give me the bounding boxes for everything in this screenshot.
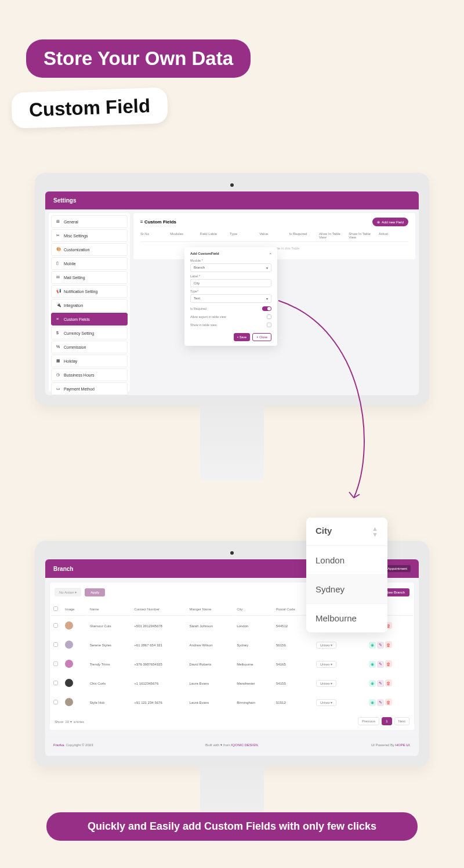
city-option-sydney[interactable]: Sydney bbox=[306, 574, 387, 603]
clock-icon: ◷ bbox=[56, 372, 61, 377]
brand-link[interactable]: Frezka. bbox=[53, 743, 65, 747]
row-checkbox[interactable] bbox=[53, 642, 58, 647]
cell-contact: +61 2867 654 321 bbox=[132, 636, 186, 654]
cell-manager: Laura Evans bbox=[187, 674, 233, 692]
gender-chip[interactable]: Unisex ▾ bbox=[316, 680, 336, 687]
page-1-button[interactable]: 1 bbox=[382, 717, 392, 725]
cell-contact: +91 121 234 5676 bbox=[132, 693, 186, 711]
row-checkbox[interactable] bbox=[53, 623, 58, 628]
view-button[interactable]: ◉ bbox=[369, 699, 376, 706]
delete-button[interactable]: 🗑 bbox=[385, 641, 392, 648]
table-header: Sr.NoModulesField LableTypeValueIs Requi… bbox=[140, 230, 408, 242]
label-input[interactable]: City bbox=[190, 279, 271, 287]
add-field-button[interactable]: ⊕Add new Field bbox=[372, 218, 408, 226]
cell-city: Sydney bbox=[234, 636, 273, 654]
module-select[interactable]: Branch▾ bbox=[190, 263, 271, 272]
sidebar-item-integration[interactable]: 🔌Integration bbox=[51, 299, 128, 312]
card-icon: ▭ bbox=[56, 386, 61, 391]
type-select[interactable]: Text▾ bbox=[190, 294, 271, 303]
palette-icon: 🎨 bbox=[56, 247, 61, 252]
edit-button[interactable]: ✎ bbox=[377, 661, 384, 668]
cell-contact: +501 2012345678 bbox=[132, 617, 186, 635]
mail-icon: ✉ bbox=[56, 275, 61, 280]
sidebar-item-mobile[interactable]: ▯Mobile bbox=[51, 257, 128, 270]
bottom-banner: Quickly and Easily add Custom Fields wit… bbox=[46, 812, 418, 841]
cell-manager: Andrew Wilson bbox=[187, 636, 233, 654]
is-required-toggle[interactable] bbox=[262, 306, 271, 311]
iqonic-link[interactable]: IQONIC DESIGN. bbox=[231, 743, 259, 747]
hero-subtitle-card: Custom Field bbox=[11, 87, 168, 128]
next-page-button[interactable]: Next bbox=[394, 717, 409, 725]
panel-title: ≡ Custom Fields bbox=[140, 219, 176, 225]
cell-name: Style Hub bbox=[88, 693, 131, 711]
avatar bbox=[65, 679, 73, 687]
cell-postal: 54165 bbox=[274, 655, 313, 673]
prev-page-button[interactable]: Previous bbox=[358, 717, 379, 725]
city-column-header[interactable]: City▲▼ bbox=[306, 518, 387, 545]
sidebar-item-commission[interactable]: %Commission bbox=[51, 341, 128, 353]
modal-title: Add CustomField× bbox=[190, 252, 271, 255]
sidebar-item-customization[interactable]: 🎨Customization bbox=[51, 243, 128, 256]
sidebar-label: Notification Setting bbox=[64, 290, 97, 294]
table-row: Chic Curls+1 1612345676Laura EvansManche… bbox=[51, 674, 413, 692]
cell-contact: +1 1612345676 bbox=[132, 674, 186, 692]
monitor-stand bbox=[200, 406, 264, 481]
city-option-melbourne[interactable]: Melbourne bbox=[306, 603, 387, 632]
sidebar-label: Bussiness Hours bbox=[64, 373, 95, 377]
sidebar-item-currency[interactable]: $Currency Setting bbox=[51, 327, 128, 339]
row-checkbox[interactable] bbox=[53, 681, 58, 685]
sidebar-item-misc[interactable]: ✂Misc Settings bbox=[51, 229, 128, 242]
city-option-london[interactable]: London bbox=[306, 545, 387, 574]
view-button[interactable]: ◉ bbox=[369, 661, 376, 668]
add-field-label: Add new Field bbox=[382, 220, 404, 224]
mobile-icon: ▯ bbox=[56, 261, 61, 266]
cell-postal: 51512 bbox=[274, 693, 313, 711]
delete-button[interactable]: 🗑 bbox=[385, 679, 392, 686]
view-button[interactable]: ◉ bbox=[369, 680, 376, 687]
no-action-select[interactable]: No Action ▾ bbox=[55, 588, 81, 596]
edit-button[interactable]: ✎ bbox=[377, 680, 384, 687]
appointment-button[interactable]: Appointment bbox=[384, 565, 411, 572]
show-in-table-checkbox[interactable] bbox=[267, 323, 271, 327]
cell-manager: David Roberts bbox=[187, 655, 233, 673]
sidebar-item-mail[interactable]: ✉Mail Setting bbox=[51, 271, 128, 284]
hero-title-pill: Store Your Own Data bbox=[26, 39, 251, 78]
modal-close-icon[interactable]: × bbox=[269, 252, 271, 255]
settings-titlebar: Settings bbox=[45, 191, 419, 209]
view-button[interactable]: ◉ bbox=[369, 642, 376, 649]
close-button[interactable]: × Close bbox=[252, 333, 271, 341]
sidebar-item-payment[interactable]: ▭Payment Method bbox=[51, 382, 128, 395]
cell-manager: Sarah Johnson bbox=[187, 617, 233, 635]
per-page-select[interactable]: 10 ▾ bbox=[65, 720, 71, 724]
edit-button[interactable]: ✎ bbox=[377, 699, 384, 706]
gender-chip[interactable]: Unisex ▾ bbox=[316, 661, 336, 668]
sidebar-label: Custom Fields bbox=[64, 317, 90, 321]
apply-button[interactable]: Apply bbox=[85, 588, 105, 596]
sidebar-item-customfields[interactable]: ≡Custom Fields bbox=[51, 313, 128, 326]
save-button[interactable]: ▪ Save bbox=[234, 333, 250, 341]
cell-city: Manchester bbox=[234, 674, 273, 692]
sort-icon[interactable]: ▲▼ bbox=[372, 526, 378, 537]
allow-export-checkbox[interactable] bbox=[267, 314, 271, 319]
delete-button[interactable]: 🗑 bbox=[385, 699, 392, 706]
camera-dot bbox=[230, 551, 234, 555]
monitor-settings: Settings ⊞General ✂Misc Settings 🎨Custom… bbox=[35, 173, 429, 406]
gender-chip[interactable]: Unisex ▾ bbox=[316, 699, 336, 706]
sidebar-item-hours[interactable]: ◷Bussiness Hours bbox=[51, 368, 128, 381]
sidebar-item-notification[interactable]: 📢Notification Setting bbox=[51, 285, 128, 298]
delete-button[interactable]: 🗑 bbox=[385, 660, 392, 667]
sidebar-item-holiday[interactable]: ▦Holiday bbox=[51, 355, 128, 367]
edit-button[interactable]: ✎ bbox=[377, 642, 384, 649]
sidebar-item-general[interactable]: ⊞General bbox=[51, 215, 128, 228]
allow-export-label: Allow export in table view bbox=[190, 315, 226, 319]
sidebar-label: Currency Setting bbox=[64, 331, 94, 335]
chevron-down-icon: ▾ bbox=[266, 266, 268, 270]
row-checkbox[interactable] bbox=[53, 661, 58, 666]
label-label: Label * bbox=[190, 274, 271, 278]
hopeui-link[interactable]: HOPE UI. bbox=[396, 743, 411, 747]
row-checkbox[interactable] bbox=[53, 700, 58, 704]
gender-chip[interactable]: Unisex ▾ bbox=[316, 642, 336, 649]
sidebar-label: Integration bbox=[64, 303, 83, 308]
bell-icon: 📢 bbox=[56, 289, 61, 294]
select-all-checkbox[interactable] bbox=[53, 606, 58, 611]
